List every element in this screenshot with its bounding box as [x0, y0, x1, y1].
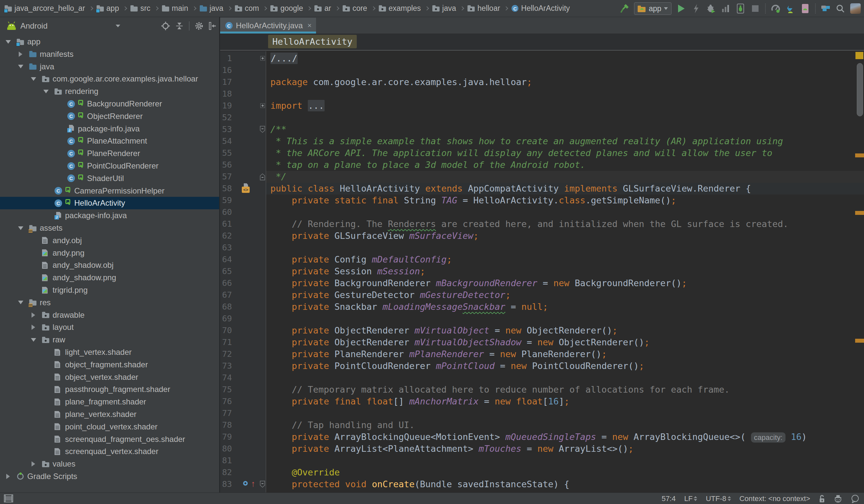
code-line-75[interactable]: // Temporary matrix allocated here to re…: [266, 384, 864, 396]
warning-stripe-mark[interactable]: [855, 154, 864, 157]
tree-item-drawable[interactable]: drawable: [0, 309, 219, 321]
tree-item-andy.png[interactable]: andy.png: [0, 247, 219, 259]
gutter-line-16[interactable]: 16: [220, 64, 266, 76]
warning-stripe-mark[interactable]: [855, 211, 864, 215]
tree-item-com.google.ar.core.examples.java.helloar[interactable]: com.google.ar.core.examples.java.helloar: [0, 73, 219, 85]
code-line-74[interactable]: [266, 372, 864, 384]
attach-debugger-button[interactable]: [735, 4, 745, 13]
breadcrumb-item-ar[interactable]: ar: [314, 4, 331, 13]
code-column[interactable]: /.../package com.google.ar.core.examples…: [266, 51, 864, 492]
gutter-line-64[interactable]: 64: [220, 254, 266, 265]
tree-item-andy_shadow.obj[interactable]: andy_shadow.obj: [0, 259, 219, 272]
gutter-line-54[interactable]: 54: [220, 135, 266, 147]
sdk-manager-button[interactable]: [785, 4, 795, 13]
run-button[interactable]: [676, 4, 686, 13]
tree-item-PlaneRenderer[interactable]: PlaneRenderer: [0, 147, 219, 160]
notifications-icon[interactable]: [851, 494, 860, 503]
breadcrumb-item-helloar[interactable]: helloar: [467, 4, 500, 13]
collapsed-arrow-icon[interactable]: [32, 325, 35, 330]
tree-item-object_vertex.shader[interactable]: object_vertex.shader: [0, 371, 219, 383]
code-line-60[interactable]: [266, 206, 864, 218]
breadcrumb-item-java_arcore_hello_ar[interactable]: java_arcore_hello_ar: [4, 4, 85, 13]
tree-item-ObjectRenderer[interactable]: ObjectRenderer: [0, 110, 219, 122]
expanded-arrow-icon[interactable]: [31, 338, 36, 342]
breadcrumb-item-com[interactable]: com: [235, 4, 259, 13]
collapse-all-icon[interactable]: [175, 21, 184, 31]
tree-item-HelloArActivity[interactable]: HelloArActivity: [0, 197, 219, 209]
tree-item-java[interactable]: java: [0, 60, 219, 73]
warning-stripe-mark[interactable]: [855, 339, 864, 343]
gutter-line-55[interactable]: 55: [220, 147, 266, 159]
fold-marker-icon[interactable]: [260, 481, 265, 488]
code-line-56[interactable]: * tap on a plane to place a 3d model of …: [266, 159, 864, 171]
tree-item-andy.obj[interactable]: andy.obj: [0, 234, 219, 247]
code-line-77[interactable]: [266, 407, 864, 419]
gutter-line-82[interactable]: 82: [220, 467, 266, 478]
code-line-83[interactable]: protected void onCreate(Bundle savedInst…: [266, 478, 864, 490]
tree-item-screenquad_fragment_oes.shader[interactable]: screenquad_fragment_oes.shader: [0, 433, 219, 445]
code-line-80[interactable]: private ArrayList<PlaneAttachment> mTouc…: [266, 443, 864, 455]
breadcrumb-item-src[interactable]: src: [130, 4, 151, 13]
tree-item-screenquad_vertex.shader[interactable]: screenquad_vertex.shader: [0, 445, 219, 458]
code-line-78[interactable]: // Tap handling and UI.: [266, 419, 864, 431]
gutter-line-52[interactable]: 52: [220, 112, 266, 123]
gutter-line-70[interactable]: 70: [220, 325, 266, 336]
code-line-69[interactable]: [266, 313, 864, 325]
gutter-line-81[interactable]: 81: [220, 455, 266, 467]
inspection-indicator-square[interactable]: [855, 52, 863, 59]
gutter-line-75[interactable]: 75: [220, 384, 266, 396]
tree-item-Gradle Scripts[interactable]: Gradle Scripts: [0, 470, 219, 483]
gutter-line-73[interactable]: 73: [220, 360, 266, 372]
gutter-line-62[interactable]: 62: [220, 230, 266, 242]
code-line-1[interactable]: /.../: [266, 52, 864, 64]
override-method-gutter-icon[interactable]: ↑: [243, 480, 257, 489]
code-line-61[interactable]: // Rendering. The Renderers are created …: [266, 218, 864, 230]
gutter-line-53[interactable]: 53: [220, 123, 266, 135]
context-indicator[interactable]: Context: <no context>: [740, 494, 810, 503]
code-line-63[interactable]: [266, 242, 864, 254]
code-line-57[interactable]: */: [266, 171, 864, 183]
caret-position[interactable]: 57:4: [662, 494, 676, 503]
tree-item-layout[interactable]: layout: [0, 321, 219, 334]
breadcrumb-item-core[interactable]: core: [343, 4, 367, 13]
gutter-line-80[interactable]: 80: [220, 443, 266, 455]
tree-item-plane_fragment.shader[interactable]: plane_fragment.shader: [0, 396, 219, 408]
breadcrumb-item-java[interactable]: java: [200, 4, 224, 13]
gutter-line-57[interactable]: 57: [220, 171, 266, 183]
gutter-line-67[interactable]: 67: [220, 289, 266, 301]
stop-button[interactable]: [750, 4, 760, 13]
tree-item-res[interactable]: res: [0, 296, 219, 309]
expanded-arrow-icon[interactable]: [18, 226, 23, 230]
collapsed-arrow-icon[interactable]: [6, 474, 10, 479]
tree-item-assets[interactable]: assets: [0, 222, 219, 234]
expanded-arrow-icon[interactable]: [5, 40, 11, 44]
tree-item-package-info.java[interactable]: package-info.java: [0, 122, 219, 135]
breadcrumb-item-main[interactable]: main: [162, 4, 188, 13]
encoding-selector[interactable]: UTF-8: [706, 494, 731, 503]
gutter-line-63[interactable]: 63: [220, 242, 266, 254]
scrollbar-thumb[interactable]: [857, 63, 863, 116]
code-line-66[interactable]: private BackgroundRenderer mBackgroundRe…: [266, 277, 864, 289]
code-line-16[interactable]: [266, 64, 864, 76]
tree-item-point_cloud_vertex.shader[interactable]: point_cloud_vertex.shader: [0, 421, 219, 433]
code-area[interactable]: 11617181952535455565758<>596061626364656…: [220, 51, 864, 492]
tree-item-PointCloudRenderer[interactable]: PointCloudRenderer: [0, 160, 219, 172]
hide-panel-icon[interactable]: [208, 22, 216, 30]
breadcrumb-item-java[interactable]: java: [432, 4, 456, 13]
tree-item-object_fragment.shader[interactable]: object_fragment.shader: [0, 358, 219, 371]
gutter-line-79[interactable]: 79: [220, 431, 266, 443]
gutter-line-1[interactable]: 1: [220, 52, 266, 64]
editor-gutter[interactable]: 11617181952535455565758<>596061626364656…: [220, 51, 266, 492]
collapsed-arrow-icon[interactable]: [19, 51, 22, 57]
gutter-line-78[interactable]: 78: [220, 419, 266, 431]
tree-item-light_vertex.shader[interactable]: light_vertex.shader: [0, 346, 219, 358]
gutter-line-17[interactable]: 17: [220, 76, 266, 88]
tree-item-ShaderUtil[interactable]: ShaderUtil: [0, 172, 219, 185]
line-ending-selector[interactable]: LF: [684, 494, 697, 503]
code-line-70[interactable]: private ObjectRenderer mVirtualObject = …: [266, 325, 864, 336]
inspections-profile-icon[interactable]: [834, 494, 842, 503]
breadcrumb-item-examples[interactable]: examples: [379, 4, 421, 13]
code-line-64[interactable]: private Config mDefaultConfig;: [266, 254, 864, 265]
code-line-19[interactable]: import ...: [266, 100, 864, 112]
gutter-line-74[interactable]: 74: [220, 372, 266, 384]
